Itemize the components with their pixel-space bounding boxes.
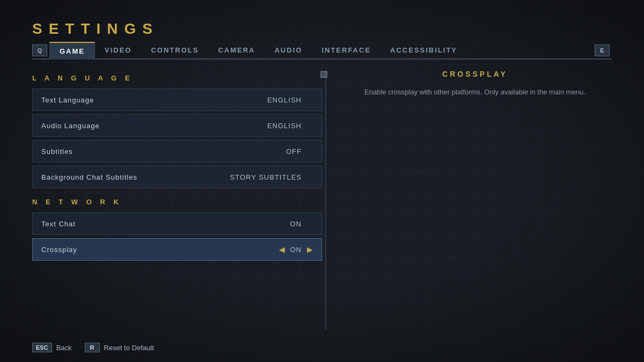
tab-interface[interactable]: INTERFACE — [312, 42, 380, 58]
right-panel: CROSSPLAY Enable crossplay with other pl… — [338, 70, 612, 330]
page-title: SETTINGS — [32, 20, 159, 38]
prev-tab-key[interactable]: Q — [32, 45, 47, 56]
bg-chat-subtitles-value: STORY SUBTITLES — [230, 173, 302, 181]
tab-accessibility[interactable]: ACCESSIBILITY — [380, 42, 467, 58]
audio-language-value: ENGLISH — [267, 122, 302, 130]
tab-camera[interactable]: CAMERA — [208, 42, 265, 58]
crossplay-panel-desc: Enable crossplay with other platforms. O… — [338, 87, 612, 98]
tab-controls[interactable]: CONTROLS — [141, 42, 208, 58]
text-language-label: Text Language — [41, 96, 94, 104]
back-button[interactable]: ESC Back — [32, 343, 72, 352]
audio-language-row[interactable]: Audio Language ◀ ENGLISH ▶ — [32, 114, 322, 137]
text-chat-label: Text Chat — [41, 220, 76, 228]
subtitles-row[interactable]: Subtitles ◀ OFF ▶ — [32, 140, 322, 162]
bottom-bar: ESC Back R Reset to Default — [32, 343, 612, 352]
crossplay-arrow-left[interactable]: ◀ — [279, 245, 285, 254]
language-section-label: L A N G U A G E — [32, 74, 322, 82]
crossplay-value: ON — [290, 246, 302, 254]
scroll-divider — [325, 70, 326, 330]
text-chat-value: ON — [290, 220, 302, 228]
reset-label: Reset to Default — [104, 344, 154, 352]
tab-audio[interactable]: AUDIO — [265, 42, 312, 58]
crossplay-panel-title: CROSSPLAY — [338, 70, 612, 78]
next-tab-key[interactable]: E — [595, 45, 610, 56]
text-language-row[interactable]: Text Language ◀ ENGLISH ▶ — [32, 88, 322, 111]
text-language-value: ENGLISH — [267, 96, 302, 104]
network-section-label: N E T W O R K — [32, 198, 322, 206]
settings-panel: L A N G U A G E Text Language ◀ ENGLISH … — [32, 70, 322, 330]
reset-key-badge: R — [85, 343, 100, 352]
scroll-icon: ▧ — [320, 69, 328, 79]
crossplay-row[interactable]: Crossplay ◀ ON ▶ — [32, 238, 322, 261]
back-key-badge: ESC — [32, 343, 52, 352]
reset-button[interactable]: R Reset to Default — [85, 343, 154, 352]
audio-language-label: Audio Language — [41, 122, 100, 130]
bg-chat-subtitles-row[interactable]: Background Chat Subtitles ◀ STORY SUBTIT… — [32, 166, 322, 188]
text-chat-row[interactable]: Text Chat ◀ ON ▶ — [32, 212, 322, 235]
subtitles-value: OFF — [286, 147, 302, 156]
back-label: Back — [56, 344, 72, 352]
crossplay-arrow-right[interactable]: ▶ — [307, 245, 313, 254]
crossplay-label: Crossplay — [41, 246, 77, 254]
tab-bar: Q GAME VIDEO CONTROLS CAMERA AUDIO INTER… — [32, 42, 612, 60]
subtitles-label: Subtitles — [41, 147, 73, 156]
tab-game[interactable]: GAME — [49, 42, 95, 60]
bg-chat-subtitles-label: Background Chat Subtitles — [41, 173, 137, 181]
tab-video[interactable]: VIDEO — [95, 42, 141, 58]
